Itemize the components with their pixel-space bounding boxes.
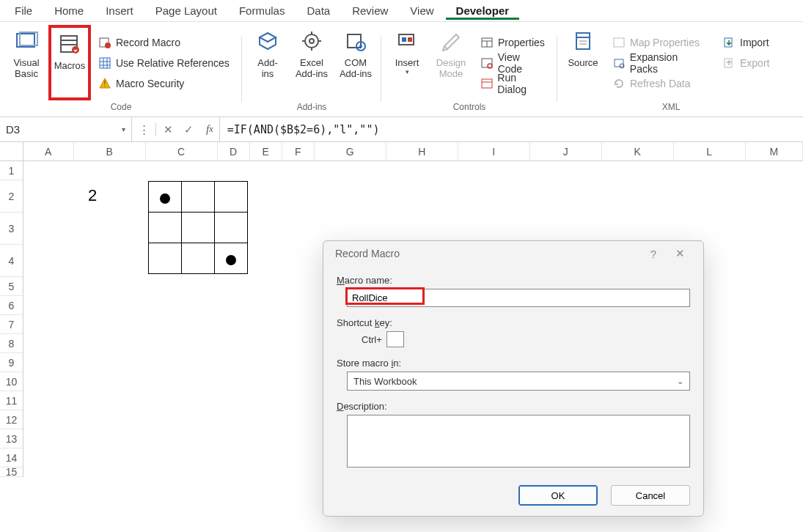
dice-cell[interactable] — [182, 213, 215, 243]
dice-cell[interactable] — [215, 213, 248, 243]
row-header-2[interactable]: 2 — [0, 180, 23, 213]
column-header-K[interactable]: K — [602, 142, 674, 160]
menu-tab-review[interactable]: Review — [342, 1, 398, 20]
column-header-H[interactable]: H — [386, 142, 458, 160]
record-macro-label: Record Macro — [116, 37, 180, 48]
addins-icon — [254, 28, 281, 54]
dice-cell[interactable] — [182, 182, 215, 213]
description-input[interactable] — [347, 415, 690, 468]
excel-addins-label: Excel Add-ins — [296, 57, 328, 79]
visual-basic-button[interactable]: Visual Basic — [4, 25, 48, 100]
visual-basic-label: Visual Basic — [13, 57, 39, 79]
export-button[interactable]: Export — [719, 53, 777, 73]
design-mode-button[interactable]: Design Mode — [429, 25, 473, 100]
cell-b2[interactable]: 2 — [88, 186, 97, 205]
help-button[interactable]: ? — [640, 248, 667, 260]
column-header-I[interactable]: I — [458, 142, 530, 160]
select-all-corner[interactable] — [0, 142, 23, 161]
row-header-4[interactable]: 4 — [0, 245, 23, 277]
row-header-7[interactable]: 7 — [0, 315, 23, 334]
dice-cell[interactable] — [215, 182, 248, 213]
import-icon — [722, 36, 736, 49]
refresh-data-button[interactable]: Refresh Data — [609, 73, 711, 94]
row-header-5[interactable]: 5 — [0, 277, 23, 296]
svg-rect-38 — [615, 59, 623, 67]
shortcut-key-input[interactable] — [386, 331, 404, 347]
import-button[interactable]: Import — [719, 32, 777, 53]
column-header-A[interactable]: A — [23, 142, 74, 160]
store-macro-select[interactable]: This Workbook ⌄ — [347, 372, 690, 391]
menu-tab-page-layout[interactable]: Page Layout — [145, 1, 227, 20]
chevron-down-icon: ⌄ — [677, 377, 683, 386]
dice-cell[interactable] — [149, 243, 182, 274]
group-addins-label: Add-ins — [297, 100, 327, 115]
com-addins-label: COM Add-ins — [340, 57, 372, 79]
row-header-14[interactable]: 14 — [0, 448, 23, 468]
insert-button[interactable]: Insert ▾ — [385, 25, 429, 100]
macro-name-input[interactable] — [347, 289, 690, 307]
row-header-15[interactable]: 15 — [0, 468, 23, 477]
dice-cell[interactable] — [149, 182, 182, 213]
column-header-F[interactable]: F — [282, 142, 315, 160]
name-box[interactable]: D3 ▾ — [0, 117, 132, 141]
chevron-down-icon: ▾ — [122, 125, 125, 133]
cancel-button[interactable]: Cancel — [611, 485, 690, 506]
row-header-12[interactable]: 12 — [0, 410, 23, 429]
row-header-10[interactable]: 10 — [0, 372, 23, 391]
dice-cell[interactable] — [215, 243, 248, 274]
menu-tab-insert[interactable]: Insert — [95, 1, 144, 20]
source-button[interactable]: Source — [561, 25, 605, 100]
map-properties-button[interactable]: Map Properties — [609, 32, 711, 53]
column-header-G[interactable]: G — [315, 142, 386, 160]
column-header-M[interactable]: M — [746, 142, 803, 160]
addins-button[interactable]: Add- ins — [246, 25, 290, 100]
menu-tab-file[interactable]: File — [4, 1, 43, 20]
cancel-formula-button[interactable]: ✕ — [158, 123, 178, 136]
column-header-D[interactable]: D — [218, 142, 250, 160]
column-header-J[interactable]: J — [530, 142, 602, 160]
menu-tab-developer[interactable]: Developer — [446, 1, 520, 20]
ok-button[interactable]: OK — [518, 485, 598, 506]
fx-label[interactable]: fx — [200, 117, 220, 141]
com-addins-button[interactable]: COM Add-ins — [334, 25, 378, 100]
refresh-data-label: Refresh Data — [630, 78, 690, 89]
excel-addins-button[interactable]: Excel Add-ins — [290, 25, 334, 100]
expansion-packs-button[interactable]: Expansion Packs — [609, 53, 711, 73]
use-relative-button[interactable]: Use Relative References — [95, 53, 233, 73]
dice-cell[interactable] — [182, 243, 215, 274]
export-label: Export — [740, 57, 769, 69]
menu-tab-data[interactable]: Data — [296, 1, 340, 20]
formula-input[interactable]: =IF(AND($B$2=6),"l","") — [220, 123, 803, 136]
column-header-C[interactable]: C — [146, 142, 218, 160]
column-header-L[interactable]: L — [674, 142, 746, 160]
record-macro-button[interactable]: Record Macro — [95, 32, 233, 53]
enter-formula-button[interactable]: ✓ — [178, 123, 199, 136]
row-header-3[interactable]: 3 — [0, 213, 23, 245]
row-header-1[interactable]: 1 — [0, 161, 23, 180]
row-header-8[interactable]: 8 — [0, 334, 23, 353]
name-box-value: D3 — [6, 123, 20, 136]
run-dialog-button[interactable]: Run Dialog — [477, 73, 549, 94]
row-header-11[interactable]: 11 — [0, 391, 23, 410]
map-properties-icon — [612, 36, 626, 49]
column-headers: ABCDEFGHIJKLM — [23, 142, 803, 161]
close-button[interactable]: ✕ — [667, 247, 693, 260]
group-addins: Add- ins Excel Add-ins COM Add-ins Add-i… — [242, 22, 381, 117]
menu-tab-home[interactable]: Home — [44, 1, 94, 20]
macro-security-button[interactable]: ! Macro Security — [95, 73, 233, 94]
dice-cell[interactable] — [149, 213, 182, 243]
view-code-button[interactable]: View Code — [477, 53, 549, 73]
menu-tab-view[interactable]: View — [400, 1, 444, 20]
fb-dropdown-button[interactable]: ⋮ — [133, 123, 154, 136]
menu-tab-formulas[interactable]: Formulas — [229, 1, 296, 20]
row-header-6[interactable]: 6 — [0, 296, 23, 315]
macro-security-label: Macro Security — [116, 78, 184, 89]
row-header-13[interactable]: 13 — [0, 429, 23, 448]
macros-button[interactable]: Macros — [48, 25, 91, 100]
column-header-B[interactable]: B — [74, 142, 146, 160]
properties-button[interactable]: Properties — [477, 32, 549, 53]
properties-label: Properties — [498, 37, 545, 48]
column-header-E[interactable]: E — [250, 142, 282, 160]
row-header-9[interactable]: 9 — [0, 353, 23, 372]
dialog-titlebar[interactable]: Record Macro ? ✕ — [323, 241, 703, 266]
